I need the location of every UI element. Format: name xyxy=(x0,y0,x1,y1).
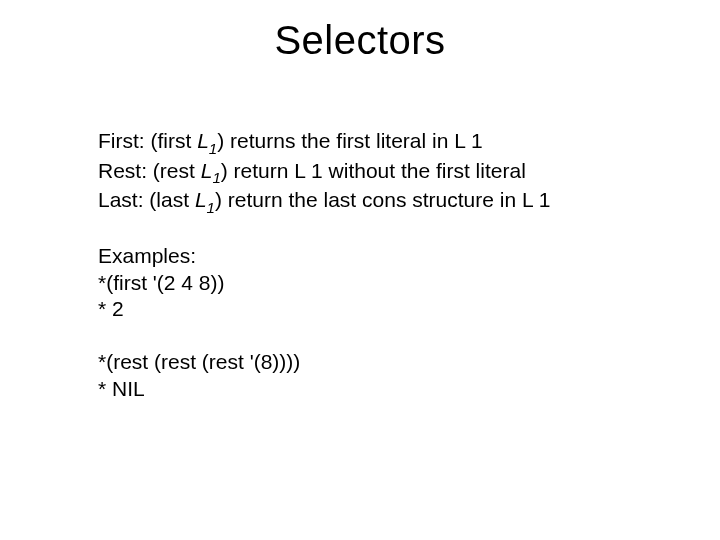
definitions-block: First: (first L1) returns the first lite… xyxy=(98,128,638,217)
def-first-label: First: (first xyxy=(98,129,197,152)
def-first-tail: ) returns the first literal in L 1 xyxy=(217,129,482,152)
examples-block-1: Examples: *(first '(2 4 8)) * 2 xyxy=(98,243,638,324)
example-1-input: *(first '(2 4 8)) xyxy=(98,270,638,297)
def-rest-subscript: 1 xyxy=(212,169,220,186)
example-2-input: *(rest (rest (rest '(8)))) xyxy=(98,349,638,376)
slide-title: Selectors xyxy=(0,18,720,63)
example-1-output: * 2 xyxy=(98,296,638,323)
def-last-subscript: 1 xyxy=(207,199,215,216)
def-rest-tail: ) return L 1 without the first literal xyxy=(221,159,526,182)
slide: Selectors First: (first L1) returns the … xyxy=(0,0,720,540)
definition-first: First: (first L1) returns the first lite… xyxy=(98,128,638,158)
slide-body: First: (first L1) returns the first lite… xyxy=(98,128,638,403)
example-2-output: * NIL xyxy=(98,376,638,403)
def-rest-label: Rest: (rest xyxy=(98,159,201,182)
definition-rest: Rest: (rest L1) return L 1 without the f… xyxy=(98,158,638,188)
def-last-tail: ) return the last cons structure in L 1 xyxy=(215,188,550,211)
definition-last: Last: (last L1) return the last cons str… xyxy=(98,187,638,217)
def-rest-symbol: L xyxy=(201,159,213,182)
def-first-subscript: 1 xyxy=(209,140,217,157)
def-last-symbol: L xyxy=(195,188,207,211)
def-first-symbol: L xyxy=(197,129,209,152)
examples-heading: Examples: xyxy=(98,243,638,270)
def-last-label: Last: (last xyxy=(98,188,195,211)
examples-block-2: *(rest (rest (rest '(8)))) * NIL xyxy=(98,349,638,403)
